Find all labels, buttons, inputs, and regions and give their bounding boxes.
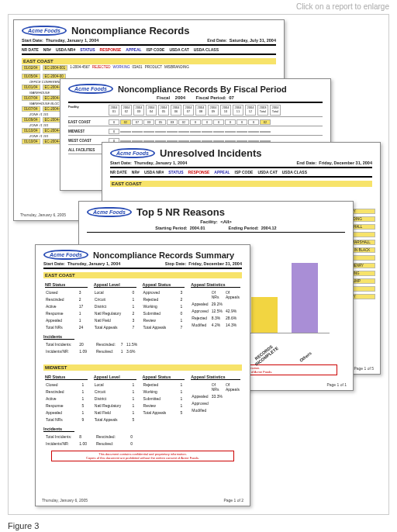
figure-label: Figure 3: [8, 521, 39, 530]
page-indicator: Page 1 of 5: [354, 366, 374, 371]
footer-date: Thursday, January 6, 2005: [20, 212, 66, 217]
report-summary-link[interactable]: [35, 244, 250, 506]
enlarge-hint: Click on a report to enlarge: [296, 2, 389, 11]
report-fiscal-link[interactable]: [60, 78, 331, 142]
report-noncompliance-link[interactable]: [13, 19, 285, 78]
report-unresolved-link[interactable]: [102, 142, 381, 201]
report-stage: Acme Foods Noncompliance Records Start D…: [8, 14, 389, 515]
